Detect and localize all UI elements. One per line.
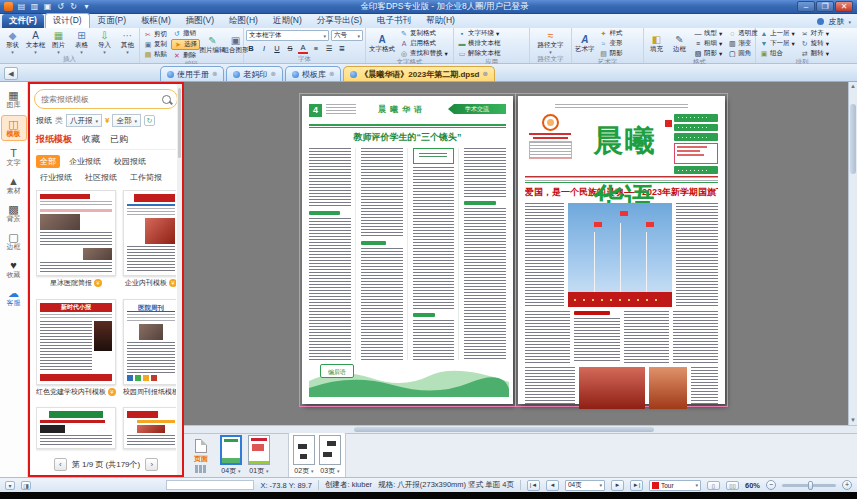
insert-table-button[interactable]: ⊞ 表格▾ (71, 29, 92, 55)
newspaper-page-4[interactable]: 4 晨曦华语 学术交流 教师评价学生的“三个镜头” (302, 96, 513, 404)
dock-item-background[interactable]: ▩背景 (1, 201, 27, 225)
first-page-button[interactable]: |◄ (527, 480, 540, 491)
text-wrap-button[interactable]: ▪文字环绕▾ (456, 29, 503, 38)
last-page-button[interactable]: ►| (630, 480, 643, 491)
sidebar-scrollbar[interactable] (177, 84, 182, 475)
template-item[interactable]: 企业内刊模板¥ (123, 190, 176, 294)
insert-other-button[interactable]: ⋯ 其他▾ (117, 29, 138, 55)
apply-format-button[interactable]: A启用格式 (398, 39, 450, 48)
menu-share-export[interactable]: 分享导出(S) (310, 14, 369, 28)
tab-newspaper-templates[interactable]: 报纸模板 (36, 133, 72, 146)
menu-file[interactable]: 文件(F) (2, 14, 44, 28)
tab-purchased[interactable]: 已购 (110, 133, 128, 146)
insert-textbox-button[interactable]: A 文本框▾ (25, 29, 46, 55)
justify-button[interactable]: ≣ (337, 44, 347, 53)
template-item[interactable] (36, 407, 116, 455)
insert-shape-button[interactable]: ◆ 形状▾ (2, 29, 23, 55)
menu-design[interactable]: 设计(D) (45, 13, 90, 28)
layer-select[interactable]: Tour▾ (649, 480, 701, 491)
chip-work-brief[interactable]: 工作简报 (126, 171, 166, 184)
rotate-button[interactable]: ↻旋转▾ (799, 39, 831, 48)
page-thumb-03[interactable]: 03页 ▾ (319, 435, 341, 476)
menu-page[interactable]: 页面(P) (91, 14, 133, 28)
insert-image-button[interactable]: ▦ 图片▾ (48, 29, 69, 55)
tab-close-icon[interactable]: ⊗ (212, 70, 217, 78)
document-canvas[interactable]: 4 晨曦华语 学术交流 教师评价学生的“三个镜头” (184, 82, 857, 425)
next-page-button-status[interactable]: ► (611, 480, 624, 491)
text-format-button[interactable]: A 文字格式 (368, 29, 396, 58)
dock-item-support[interactable]: ☁客服 (1, 285, 27, 309)
font-color-button[interactable]: A (298, 43, 308, 54)
grid-view-icon[interactable] (195, 465, 207, 473)
spread-view-icon[interactable]: ▯▯ (726, 481, 739, 490)
menu-recent[interactable]: 近期(N) (266, 14, 309, 28)
doc-tab-active-chenxihuayu[interactable]: 《晨曦华语》2023年第二期.dpsd ⊗ (343, 66, 495, 81)
page-thumb-01[interactable]: 01页 ▾ (248, 435, 270, 476)
scroll-down-icon[interactable]: ▼ (849, 416, 857, 425)
unlink-textbox-button[interactable]: ▭解除文本框 (456, 49, 503, 58)
single-page-view-icon[interactable]: ▯ (707, 481, 720, 490)
vertical-scrollbar[interactable]: ▲ ▼ (848, 82, 857, 425)
page-select[interactable]: 04页▾ (565, 480, 605, 491)
status-panel-icon[interactable]: ◨ (21, 481, 31, 490)
font-size-select[interactable]: 六号▾ (331, 30, 363, 41)
status-menu-icon[interactable]: ▾ (5, 481, 15, 490)
tab-close-icon[interactable]: ⊗ (329, 70, 334, 78)
document-sheet-icon[interactable] (195, 439, 207, 453)
status-input-box[interactable] (166, 480, 254, 490)
chip-enterprise[interactable]: 企业报纸 (65, 155, 105, 168)
template-thumbnail[interactable] (36, 190, 116, 276)
search-box[interactable] (34, 89, 178, 109)
price-filter-select[interactable]: 全部▾ (112, 114, 141, 127)
select-tool-button[interactable]: ➤选择 (171, 39, 200, 50)
menu-ebook[interactable]: 电子书刊 (370, 14, 418, 28)
template-item[interactable]: 医院周刊 校园周刊报纸模板 (123, 299, 176, 403)
flip-button[interactable]: ⇄翻转▾ (799, 49, 831, 58)
new-file-icon[interactable]: ▤ (16, 1, 27, 12)
template-thumbnail[interactable]: 医院周刊 (123, 299, 176, 385)
horizontal-textbox-button[interactable]: ▬横排文本框 (456, 39, 503, 48)
doc-tab-manual[interactable]: 使用手册 ⊗ (160, 66, 224, 81)
dock-item-frames[interactable]: ▢边框 (1, 229, 27, 253)
image-edit-button[interactable]: ✎ 图片编辑 (202, 29, 223, 60)
page-spread[interactable]: 4 晨曦华语 学术交流 教师评价学生的“三个镜头” (302, 96, 725, 404)
skin-switch[interactable]: 皮肤 (828, 16, 844, 27)
page-thumb-image[interactable] (293, 435, 315, 465)
wordart-shadow-button[interactable]: ▧阴影 (598, 49, 625, 58)
template-item[interactable]: 新时代小报 红色党建学校内刊模板¥ (36, 299, 116, 403)
paper-size-select[interactable]: 八开报▾ (66, 114, 102, 127)
italic-button[interactable]: I (259, 44, 269, 53)
undo-icon[interactable]: ↺ (55, 1, 66, 12)
copy-button[interactable]: ▣复制 (142, 40, 169, 49)
bold-button[interactable]: B (246, 44, 256, 53)
line-spacing-button[interactable]: ≡ (311, 44, 321, 53)
page-thumb-image[interactable] (220, 435, 242, 465)
dock-item-text[interactable]: T文字 (1, 145, 27, 169)
menu-draw[interactable]: 绘图(H) (222, 14, 265, 28)
doc-tab-laomayin[interactable]: 老妈印 ⊗ (226, 66, 282, 81)
shadow-effect-button[interactable]: ▧阴影▾ (692, 49, 724, 58)
zoom-out-button[interactable]: − (766, 480, 776, 490)
corner-radius-button[interactable]: ▢圆角 (726, 49, 760, 58)
dock-item-gallery[interactable]: ▦图库 (1, 87, 27, 111)
delete-button[interactable]: ✕删除 (171, 51, 200, 60)
vertical-scroll-thumb[interactable] (850, 104, 856, 174)
chip-industry[interactable]: 行业报纸 (36, 171, 76, 184)
transparency-button[interactable]: ◌透明度 (726, 29, 760, 38)
prev-page-button[interactable]: ‹ (54, 458, 67, 471)
align-left-button[interactable]: ☰ (324, 44, 334, 53)
chip-campus[interactable]: 校园报纸 (110, 155, 150, 168)
menu-frame[interactable]: 板框(M) (134, 14, 178, 28)
refresh-icon[interactable]: ↻ (144, 115, 155, 126)
template-thumbnail[interactable] (123, 407, 176, 449)
wordart-style-button[interactable]: ✦样式 (598, 29, 625, 38)
path-text-button[interactable]: ≈ 路径文字▾ (537, 29, 565, 55)
fill-button[interactable]: ◧ 填充 (646, 29, 667, 58)
copy-format-button[interactable]: ✎复制格式 (398, 29, 450, 38)
previous-page-button[interactable]: ◄ (546, 480, 559, 491)
undo-button[interactable]: ↺撤销 (171, 29, 200, 38)
zoom-slider[interactable] (782, 484, 836, 487)
underline-button[interactable]: U (272, 44, 282, 53)
insert-import-button[interactable]: ⇩ 导入▾ (94, 29, 115, 55)
wordart-button[interactable]: A 艺术字 (574, 29, 596, 58)
